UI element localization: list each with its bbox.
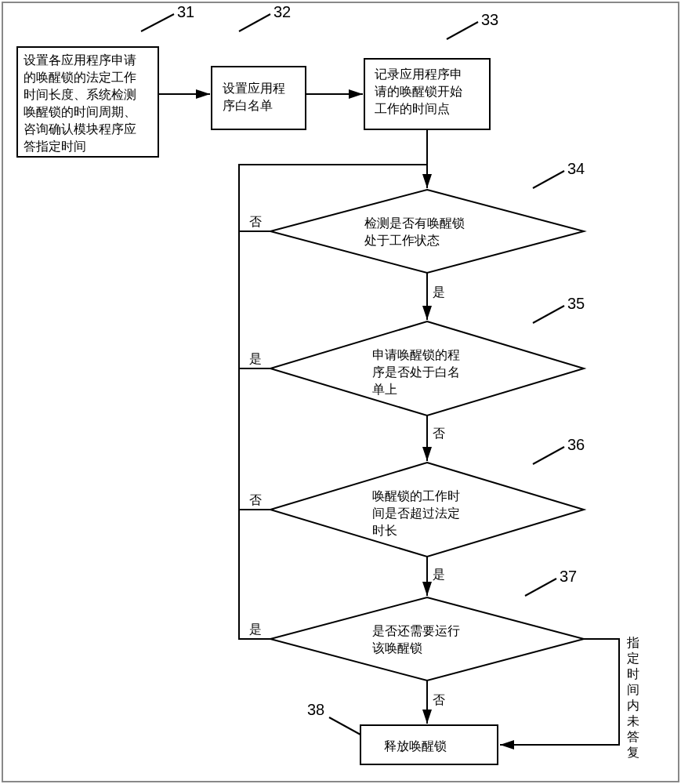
box33-line2: 请的唤醒锁开始 — [375, 85, 462, 98]
svg-text:申请唤醒锁的程: 申请唤醒锁的程 — [372, 348, 460, 361]
svg-text:释放唤醒锁: 释放唤醒锁 — [384, 739, 447, 753]
box31-line1: 设置各应用程序申请 — [24, 53, 136, 67]
box36-line2: 间是否超过法定 — [372, 506, 460, 520]
box34-line2: 处于工作状态 — [364, 234, 440, 247]
svg-text:该唤醒锁: 该唤醒锁 — [372, 641, 422, 655]
svg-text:是: 是 — [249, 352, 262, 365]
box32-line1: 设置应用程 — [223, 82, 285, 95]
svg-text:内: 内 — [627, 699, 639, 712]
box35-line2: 序是否处于白名 — [372, 365, 460, 379]
svg-text:设置各应用程序申请: 设置各应用程序申请 — [24, 53, 136, 67]
edge-35-yes: 是 — [249, 352, 262, 365]
label-37: 37 — [560, 568, 577, 585]
svg-text:时: 时 — [627, 667, 639, 681]
flowchart-diagram: 设置各应用程序申请 的唤醒锁的法定工作 时间长度、系统检测 唤醒锁的时间周期、 … — [0, 0, 681, 784]
box37-line1: 是否还需要运行 — [372, 624, 460, 637]
svg-text:答指定时间: 答指定时间 — [24, 140, 86, 153]
svg-line-17 — [447, 22, 478, 39]
svg-text:答: 答 — [627, 730, 639, 743]
edge-37-timeout-l2: 定 — [627, 652, 639, 665]
svg-text:唤醒锁的时间周期、: 唤醒锁的时间周期、 — [24, 105, 136, 118]
box35-line1: 申请唤醒锁的程 — [372, 348, 460, 361]
svg-line-59 — [329, 717, 360, 735]
edge-37-no: 否 — [433, 693, 445, 706]
svg-text:38: 38 — [307, 701, 324, 718]
svg-text:是: 是 — [433, 285, 445, 299]
box35-line3: 单上 — [372, 383, 397, 396]
svg-text:是: 是 — [249, 622, 262, 636]
edge-37-timeout-l5: 内 — [627, 699, 639, 712]
svg-text:的唤醒锁的法定工作: 的唤醒锁的法定工作 — [24, 71, 136, 84]
edge-36-no: 否 — [249, 493, 262, 506]
svg-text:32: 32 — [273, 3, 291, 20]
svg-text:34: 34 — [567, 160, 585, 177]
edge-34-no: 否 — [249, 215, 262, 228]
label-36: 36 — [567, 436, 585, 453]
svg-text:否: 否 — [249, 215, 262, 228]
box32-line2: 序白名单 — [223, 99, 273, 112]
label-31: 31 — [177, 3, 194, 20]
edge-37-timeout-l1: 指 — [626, 636, 639, 649]
svg-text:工作的时间点: 工作的时间点 — [375, 102, 450, 115]
svg-line-22 — [533, 171, 564, 188]
svg-line-6 — [141, 14, 174, 31]
label-32: 32 — [273, 3, 291, 20]
svg-text:复: 复 — [627, 746, 639, 759]
edge-37-timeout-l7: 答 — [627, 730, 639, 743]
svg-text:单上: 单上 — [372, 383, 397, 396]
svg-text:时间长度、系统检测: 时间长度、系统检测 — [24, 88, 136, 101]
svg-text:咨询确认模块程序应: 咨询确认模块程序应 — [24, 122, 136, 136]
box36-line1: 唤醒锁的工作时 — [372, 489, 460, 503]
svg-text:否: 否 — [433, 693, 445, 706]
svg-text:检测是否有唤醒锁: 检测是否有唤醒锁 — [364, 216, 465, 230]
label-33: 33 — [481, 11, 498, 28]
label-38: 38 — [307, 701, 324, 718]
svg-text:定: 定 — [627, 652, 639, 665]
svg-text:未: 未 — [627, 714, 639, 728]
svg-text:间是否超过法定: 间是否超过法定 — [372, 506, 460, 520]
svg-text:记录应用程序申: 记录应用程序申 — [375, 67, 462, 81]
decision-37 — [270, 597, 584, 681]
edge-37-timeout-l8: 复 — [627, 746, 639, 759]
svg-text:指: 指 — [626, 636, 639, 649]
process-box-32 — [212, 67, 306, 129]
box31-line5: 咨询确认模块程序应 — [24, 122, 136, 136]
edge-37-timeout-l4: 间 — [627, 683, 639, 696]
svg-text:唤醒锁的工作时: 唤醒锁的工作时 — [372, 489, 460, 503]
box31-line4: 唤醒锁的时间周期、 — [24, 105, 136, 118]
edge-34-yes: 是 — [433, 285, 445, 299]
edge-36-yes: 是 — [433, 568, 445, 581]
edge-37-timeout-l3: 时 — [627, 667, 639, 681]
svg-text:序白名单: 序白名单 — [223, 99, 273, 112]
svg-text:33: 33 — [481, 11, 498, 28]
svg-text:35: 35 — [567, 295, 585, 312]
box37-line2: 该唤醒锁 — [372, 641, 422, 655]
svg-rect-61 — [2, 2, 679, 782]
svg-text:间: 间 — [627, 683, 639, 696]
box36-line3: 时长 — [372, 524, 397, 537]
svg-text:序是否处于白名: 序是否处于白名 — [372, 365, 460, 379]
svg-text:处于工作状态: 处于工作状态 — [364, 234, 440, 247]
svg-line-11 — [239, 14, 270, 31]
box34-line1: 检测是否有唤醒锁 — [364, 216, 465, 230]
box33-line3: 工作的时间点 — [375, 102, 450, 115]
box38-text: 释放唤醒锁 — [384, 739, 447, 753]
decision-34 — [270, 190, 584, 273]
label-34: 34 — [567, 160, 585, 177]
svg-text:31: 31 — [177, 3, 194, 20]
svg-text:请的唤醒锁开始: 请的唤醒锁开始 — [375, 85, 462, 98]
svg-line-30 — [533, 306, 564, 323]
svg-text:37: 37 — [560, 568, 577, 585]
svg-text:36: 36 — [567, 436, 585, 453]
svg-text:设置应用程: 设置应用程 — [223, 82, 285, 95]
label-35: 35 — [567, 295, 585, 312]
svg-text:时长: 时长 — [372, 524, 397, 537]
edge-37-timeout-l6: 未 — [627, 714, 639, 728]
box31-line2: 的唤醒锁的法定工作 — [24, 71, 136, 84]
svg-text:是: 是 — [433, 568, 445, 581]
svg-line-38 — [533, 447, 564, 464]
svg-text:是否还需要运行: 是否还需要运行 — [372, 624, 460, 637]
edge-35-no: 否 — [433, 426, 445, 440]
svg-text:否: 否 — [249, 493, 262, 506]
box33-line1: 记录应用程序申 — [375, 67, 462, 81]
